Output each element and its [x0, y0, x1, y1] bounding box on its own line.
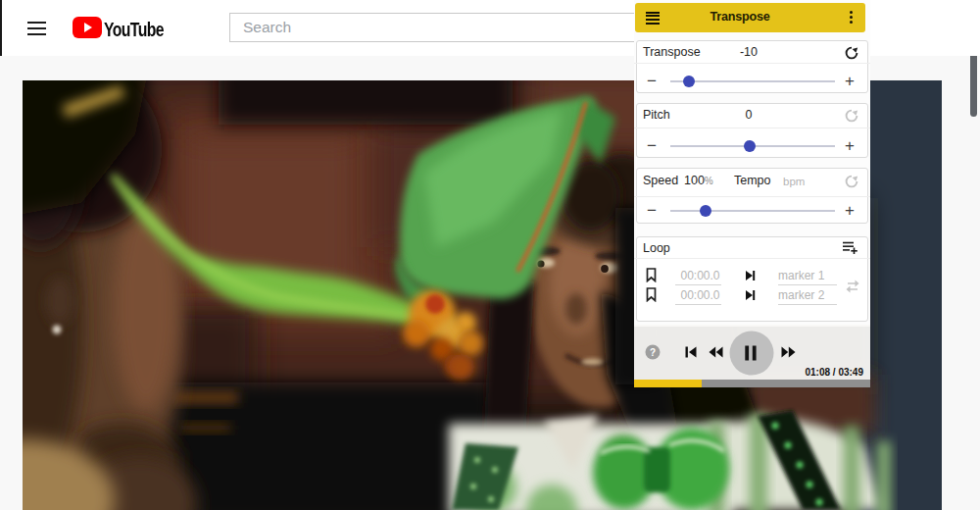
- svg-text:?: ?: [650, 347, 656, 358]
